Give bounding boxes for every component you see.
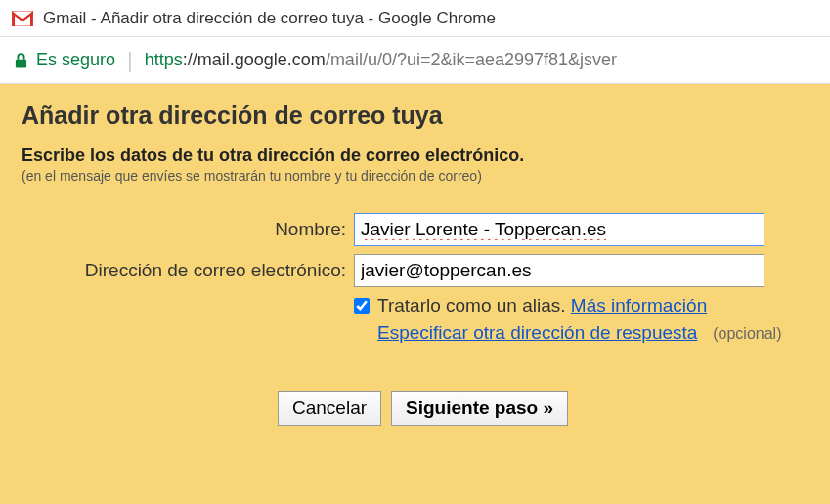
email-input[interactable] <box>354 254 764 287</box>
email-row: Dirección de correo electrónico: <box>22 254 808 287</box>
url-text: https://mail.google.com/mail/u/0/?ui=2&i… <box>145 50 617 70</box>
more-info-link[interactable]: Más información <box>571 295 707 316</box>
reply-to-row: Especificar otra dirección de respuesta … <box>22 322 808 344</box>
svg-rect-1 <box>16 59 26 67</box>
dialog-content: Añadir otra dirección de correo tuya Esc… <box>0 84 830 504</box>
reply-to-link[interactable]: Especificar otra dirección de respuesta <box>377 322 697 343</box>
optional-label: (opcional) <box>713 325 781 342</box>
page-title: Añadir otra dirección de correo tuya <box>22 102 808 130</box>
lock-icon <box>14 52 28 69</box>
name-row: Nombre: <box>22 213 808 246</box>
window-title: Gmail - Añadir otra dirección de correo … <box>43 9 496 28</box>
alias-checkbox[interactable] <box>354 298 370 314</box>
page-subtitle: Escribe los datos de tu otra dirección d… <box>22 146 808 166</box>
email-label: Dirección de correo electrónico: <box>22 260 354 281</box>
gmail-icon <box>12 11 33 26</box>
alias-label: Tratarlo como un alias. <box>377 295 566 316</box>
next-button[interactable]: Siguiente paso » <box>391 391 568 426</box>
window-titlebar: Gmail - Añadir otra dirección de correo … <box>0 0 830 37</box>
url-scheme: https <box>145 50 183 69</box>
svg-rect-0 <box>12 11 32 26</box>
secure-label: Es seguro <box>36 50 115 70</box>
name-label: Nombre: <box>22 219 354 240</box>
cancel-button[interactable]: Cancelar <box>278 391 381 426</box>
name-input[interactable] <box>354 213 764 246</box>
separator: | <box>127 48 133 73</box>
url-path: /mail/u/0/?ui=2&ik=aea2997f81&jsver <box>326 50 617 69</box>
address-bar[interactable]: Es seguro | https://mail.google.com/mail… <box>0 37 830 84</box>
alias-row: Tratarlo como un alias. Más información <box>22 295 808 316</box>
button-row: Cancelar Siguiente paso » <box>22 391 808 426</box>
page-note: (en el mensaje que envíes se mostrarán t… <box>22 168 808 184</box>
url-host: ://mail.google.com <box>183 50 326 69</box>
